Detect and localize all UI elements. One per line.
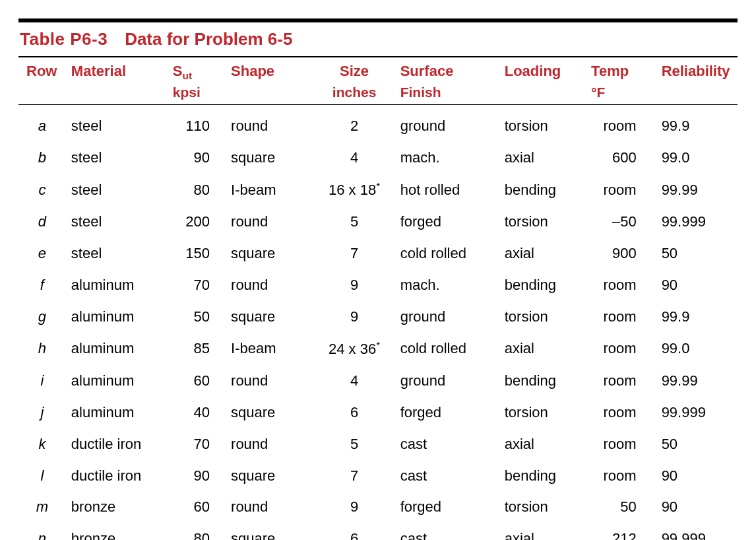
table-title: Data for Problem 6-5	[125, 29, 292, 50]
cell-size: 7	[313, 238, 394, 269]
cell-row: b	[18, 142, 66, 174]
cell-row: d	[18, 206, 66, 238]
cell-loading: bending	[499, 365, 586, 397]
cell-loading: axial	[499, 428, 586, 460]
cell-surface: hot rolled	[395, 174, 499, 206]
cell-size: 2	[313, 105, 394, 142]
table-row: bsteel90square4mach.axial60099.0	[18, 142, 738, 174]
cell-size: 6	[313, 523, 394, 540]
cell-loading: bending	[499, 460, 586, 492]
header-material: Material	[66, 57, 168, 84]
cell-shape: round	[226, 206, 313, 238]
cell-row: f	[18, 269, 66, 301]
cell-loading: axial	[499, 333, 586, 365]
cell-shape: square	[226, 460, 313, 492]
header-surface2: Finish	[395, 84, 499, 105]
cell-shape: I-beam	[226, 333, 313, 365]
cell-reliability: 99.0	[651, 333, 738, 365]
data-table: Table P6-3 Data for Problem 6-5 Row Mate…	[18, 18, 738, 540]
cell-loading: torsion	[499, 301, 586, 333]
table-row: jaluminum40square6forgedtorsionroom99.99…	[18, 397, 738, 428]
cell-loading: bending	[499, 269, 586, 301]
cell-loading: torsion	[499, 397, 586, 428]
cell-temp: 900	[586, 238, 651, 269]
cell-reliability: 90	[651, 491, 738, 523]
header-sut: Sut	[168, 57, 226, 84]
cell-row: c	[18, 174, 66, 206]
cell-size: 24 x 36*	[313, 333, 394, 365]
table-row: esteel150square7cold rolledaxial90050	[18, 238, 738, 269]
table-row: kductile iron70round5castaxialroom50	[18, 428, 738, 460]
cell-material: steel	[66, 174, 168, 206]
cell-material: bronze	[66, 491, 168, 523]
cell-surface: cast	[395, 428, 499, 460]
cell-temp: room	[586, 460, 651, 492]
cell-surface: ground	[395, 301, 499, 333]
cell-size: 5	[313, 428, 394, 460]
cell-surface: cold rolled	[395, 238, 499, 269]
table-row: ialuminum60round4groundbendingroom99.99	[18, 365, 738, 397]
cell-size: 9	[313, 491, 394, 523]
cell-size: 4	[313, 142, 394, 174]
cell-row: n	[18, 523, 66, 540]
cell-shape: I-beam	[226, 174, 313, 206]
cell-size: 9	[313, 269, 394, 301]
cell-reliability: 90	[651, 269, 738, 301]
cell-row: g	[18, 301, 66, 333]
cell-material: aluminum	[66, 333, 168, 365]
cell-row: m	[18, 491, 66, 523]
header-sut-unit: kpsi	[168, 84, 226, 105]
cell-temp: room	[586, 333, 651, 365]
cell-sut: 80	[168, 523, 226, 540]
cell-surface: cast	[395, 523, 499, 540]
cell-material: aluminum	[66, 301, 168, 333]
cell-sut: 80	[168, 174, 226, 206]
table-row: asteel110round2groundtorsionroom99.9	[18, 105, 738, 142]
cell-shape: round	[226, 365, 313, 397]
cell-sut: 150	[168, 238, 226, 269]
cell-surface: cold rolled	[395, 333, 499, 365]
cell-temp: room	[586, 301, 651, 333]
header-row: Row	[18, 57, 66, 84]
cell-reliability: 99.99	[651, 365, 738, 397]
cell-reliability: 99.999	[651, 523, 738, 540]
cell-loading: axial	[499, 142, 586, 174]
cell-surface: forged	[395, 206, 499, 238]
cell-loading: axial	[499, 238, 586, 269]
cell-sut: 70	[168, 269, 226, 301]
cell-loading: torsion	[499, 105, 586, 142]
cell-row: h	[18, 333, 66, 365]
cell-sut: 60	[168, 491, 226, 523]
cell-surface: forged	[395, 397, 499, 428]
cell-shape: round	[226, 491, 313, 523]
header-loading: Loading	[499, 57, 586, 84]
cell-sut: 90	[168, 460, 226, 492]
cell-reliability: 50	[651, 238, 738, 269]
cell-temp: room	[586, 428, 651, 460]
cell-sut: 110	[168, 105, 226, 142]
cell-material: ductile iron	[66, 460, 168, 492]
cell-row: j	[18, 397, 66, 428]
cell-surface: ground	[395, 105, 499, 142]
cell-reliability: 50	[651, 428, 738, 460]
cell-size: 4	[313, 365, 394, 397]
cell-material: aluminum	[66, 365, 168, 397]
table-body: asteel110round2groundtorsionroom99.9bste…	[18, 105, 738, 540]
table-row: dsteel200round5forgedtorsion–5099.999	[18, 206, 738, 238]
cell-row: l	[18, 460, 66, 492]
table-row: lductile iron90square7castbendingroom90	[18, 460, 738, 492]
cell-reliability: 99.99	[651, 174, 738, 206]
cell-temp: room	[586, 269, 651, 301]
table-row: mbronze60round9forgedtorsion5090	[18, 491, 738, 523]
cell-material: steel	[66, 142, 168, 174]
cell-sut: 200	[168, 206, 226, 238]
table-row: haluminum85I-beam24 x 36*cold rolledaxia…	[18, 333, 738, 365]
cell-loading: torsion	[499, 491, 586, 523]
cell-size: 6	[313, 397, 394, 428]
cell-shape: round	[226, 428, 313, 460]
cell-shape: round	[226, 269, 313, 301]
cell-reliability: 99.9	[651, 301, 738, 333]
cell-sut: 60	[168, 365, 226, 397]
cell-size: 7	[313, 460, 394, 492]
cell-temp: room	[586, 365, 651, 397]
